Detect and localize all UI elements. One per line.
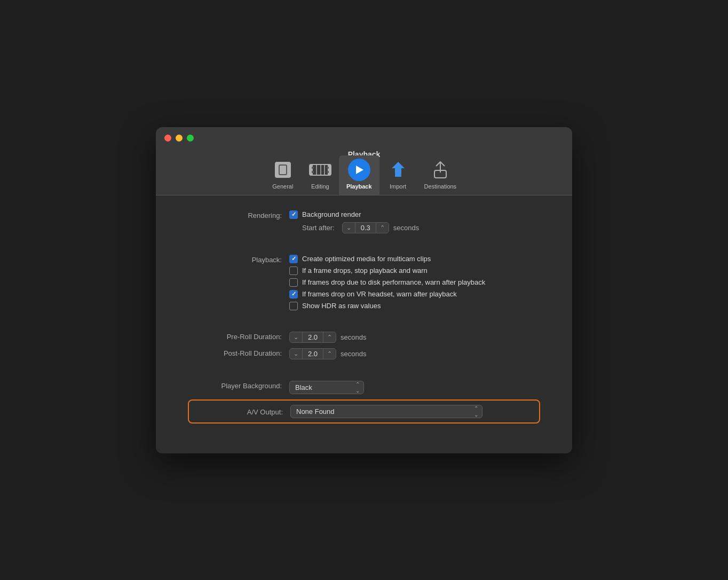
destinations-icon [429,159,452,181]
title-bar: Playback General [156,127,572,195]
av-output-highlight: A/V Output: None Found ⌃ ⌄ [188,399,540,424]
tab-general[interactable]: General [264,155,302,195]
postroll-value: 2.0 [302,349,323,359]
playback-checkbox-4[interactable] [289,302,298,310]
playback-opt-0-label: Create optimized media for multicam clip… [302,255,431,263]
svg-rect-6 [312,171,314,173]
playback-opt-1: If a frame drops, stop playback and warn [289,267,485,275]
tab-general-label: General [272,183,293,190]
svg-marker-12 [392,162,405,175]
player-background-section: Player Background: Black White Checkerbo… [188,381,540,424]
toolbar: General [264,151,464,195]
preroll-unit: seconds [341,333,366,341]
preroll-value: 2.0 [302,332,323,342]
preroll-increment[interactable]: ⌃ [323,333,336,342]
playback-row: Playback: Create optimized media for mul… [188,255,540,310]
player-background-label: Player Background: [188,381,289,390]
preroll-label: Pre-Roll Duration: [188,332,289,341]
playback-opt-4: Show HDR as raw values [289,302,485,310]
svg-rect-4 [328,164,331,175]
start-after-decrement[interactable]: ⌄ [343,223,355,232]
av-output-select-wrapper: None Found ⌃ ⌄ [290,405,482,418]
background-render-row: Background render [289,210,419,219]
av-output-section: A/V Output: None Found ⌃ ⌄ [188,399,540,424]
start-after-stepper[interactable]: ⌄ 0.3 ⌃ [342,222,389,233]
svg-rect-13 [395,175,401,177]
rendering-controls: Background render Start after: ⌄ 0.3 ⌃ s… [289,210,419,233]
playback-section: Playback: Create optimized media for mul… [188,255,540,310]
postroll-increment[interactable]: ⌃ [323,349,336,358]
playback-label: Playback: [188,255,289,264]
tab-import[interactable]: Import [379,155,417,195]
svg-rect-3 [310,164,313,175]
playback-icon [348,159,370,181]
tab-playback[interactable]: Playback [339,155,379,195]
postroll-decrement[interactable]: ⌄ [290,349,302,358]
maximize-button[interactable] [187,135,194,142]
playback-opt-1-label: If a frame drops, stop playback and warn [302,267,428,275]
start-after-row: Start after: ⌄ 0.3 ⌃ seconds [302,222,419,233]
tab-destinations[interactable]: Destinations [417,155,464,195]
player-background-select-wrapper: Black White Checkerboard ⌃ ⌄ [289,381,364,394]
preferences-window: Playback General [156,127,572,453]
tab-editing[interactable]: Editing [302,155,339,195]
playback-opt-0: Create optimized media for multicam clip… [289,255,485,263]
postroll-controls: ⌄ 2.0 ⌃ seconds [289,348,367,359]
postroll-label: Post-Roll Duration: [188,348,289,357]
tab-destinations-label: Destinations [424,183,457,190]
tab-import-label: Import [390,183,406,190]
general-icon [272,159,294,181]
rendering-label: Rendering: [188,210,289,220]
close-button[interactable] [164,135,171,142]
playback-controls: Create optimized media for multicam clip… [289,255,485,310]
playback-opt-2: If frames drop due to disk performance, … [289,278,485,287]
postroll-row: Post-Roll Duration: ⌄ 2.0 ⌃ seconds [188,348,540,359]
start-after-unit: seconds [393,224,419,232]
svg-rect-8 [327,171,329,173]
preroll-controls: ⌄ 2.0 ⌃ seconds [289,332,367,343]
player-background-select[interactable]: Black White Checkerboard [289,381,364,394]
av-output-label: A/V Output: [189,407,290,416]
postroll-unit: seconds [341,350,366,358]
background-render-label: Background render [302,210,361,218]
postroll-stepper[interactable]: ⌄ 2.0 ⌃ [289,348,336,359]
svg-rect-7 [327,167,329,169]
traffic-lights [164,135,194,142]
player-background-row: Player Background: Black White Checkerbo… [188,381,540,394]
playback-opt-2-label: If frames drop due to disk performance, … [302,278,485,286]
playback-opt-3: If frames drop on VR headset, warn after… [289,290,485,299]
playback-opt-3-label: If frames drop on VR headset, warn after… [302,290,457,298]
preroll-stepper[interactable]: ⌄ 2.0 ⌃ [289,332,336,343]
rendering-section: Rendering: Background render Start after… [188,210,540,233]
tab-editing-label: Editing [311,183,329,190]
preferences-content: Rendering: Background render Start after… [156,195,572,453]
av-output-select[interactable]: None Found [290,405,482,418]
minimize-button[interactable] [176,135,183,142]
import-icon [387,159,409,181]
editing-icon [309,159,331,181]
preroll-decrement[interactable]: ⌄ [290,333,302,342]
start-after-label: Start after: [302,224,335,232]
playback-checkbox-1[interactable] [289,267,298,275]
start-after-value: 0.3 [355,223,376,233]
svg-rect-0 [275,162,291,178]
playback-opt-4-label: Show HDR as raw values [302,302,381,310]
preroll-row: Pre-Roll Duration: ⌄ 2.0 ⌃ seconds [188,332,540,343]
preroll-section: Pre-Roll Duration: ⌄ 2.0 ⌃ seconds Post-… [188,332,540,359]
rendering-row: Rendering: Background render Start after… [188,210,540,233]
tab-playback-label: Playback [346,183,372,190]
start-after-increment[interactable]: ⌃ [376,223,389,232]
playback-checkbox-0[interactable] [289,255,298,263]
playback-checkbox-2[interactable] [289,278,298,287]
playback-checkbox-3[interactable] [289,290,298,299]
svg-rect-5 [312,167,314,169]
background-render-checkbox[interactable] [289,210,298,219]
